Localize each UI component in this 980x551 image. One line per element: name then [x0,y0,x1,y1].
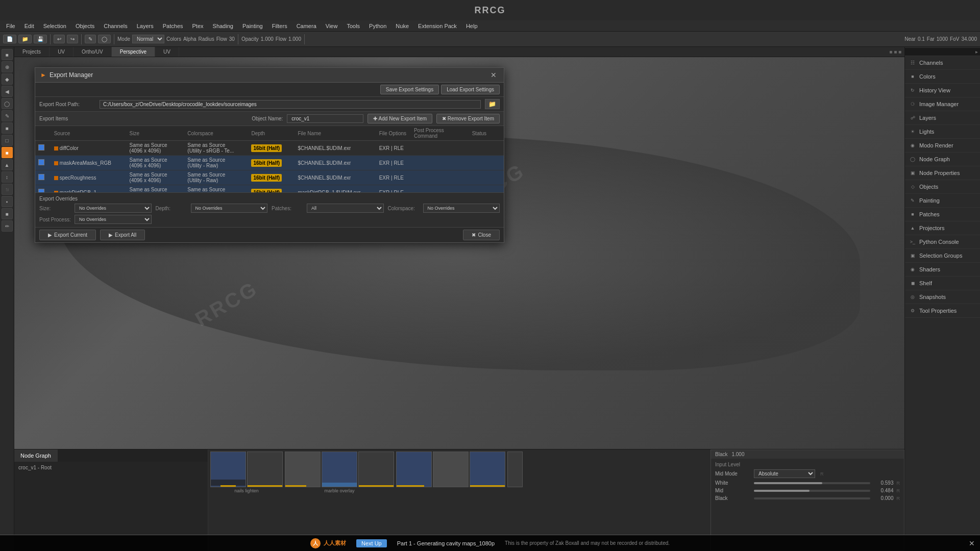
texture-thumb-5[interactable] [358,452,394,487]
next-up-btn[interactable]: Next Up [356,539,387,547]
white-slider[interactable] [754,482,870,484]
sidebar-item-python[interactable]: >_ Python Console [905,235,980,249]
toolbar-redo[interactable]: ↪ [67,35,78,43]
sidebar-item-shaders[interactable]: ◉ Shaders [905,263,980,277]
left-tool-6[interactable]: ✎ [2,110,13,121]
texture-thumb-2[interactable] [247,452,283,487]
right-sidebar-expand[interactable]: ▸ [975,49,978,55]
row-checkbox[interactable] [38,174,44,180]
colorspace-override-select[interactable]: No Overrides [423,204,500,213]
menu-channels[interactable]: Channels [100,22,131,30]
export-current-btn[interactable]: ▶ Export Current [39,230,96,240]
toolbar-brush[interactable]: ✎ [85,35,96,43]
left-tool-14[interactable]: ✏ [2,220,13,232]
sidebar-item-layers[interactable]: ☍ Layers [905,111,980,125]
left-tool-active[interactable]: ■ [2,147,13,158]
add-export-item-btn[interactable]: ✚ Add New Export Item [368,114,432,123]
texture-thumb-8[interactable] [470,452,505,487]
toolbar-circle[interactable]: ◯ [98,35,111,43]
menu-view[interactable]: View [322,22,342,30]
menu-tools[interactable]: Tools [342,22,364,30]
sidebar-item-patches[interactable]: ■ Patches [905,208,980,221]
left-tool-10[interactable]: ↕ [2,171,13,183]
tab-orthouv[interactable]: Ortho/UV [74,47,112,57]
menu-layers[interactable]: Layers [133,22,158,30]
tab-uv[interactable]: UV [50,47,74,57]
left-tool-4[interactable]: ◀ [2,86,13,97]
menu-python[interactable]: Python [365,22,390,30]
root-path-input[interactable] [100,100,481,109]
row-checkbox[interactable] [38,144,44,151]
sidebar-item-channels[interactable]: ☷ Channels [905,56,980,70]
row-checkbox[interactable] [38,159,44,165]
toolbar-open[interactable]: 📁 [18,35,32,43]
menu-edit[interactable]: Edit [20,22,38,30]
tab-projects[interactable]: Projects [14,47,50,57]
texture-thumb-7[interactable] [433,452,469,487]
menu-extension[interactable]: Extension Pack [414,22,461,30]
left-tool-7[interactable]: ■ [2,122,13,134]
remove-export-item-btn[interactable]: ✖ Remove Export Item [436,114,500,123]
menu-ptex[interactable]: Ptex [188,22,208,30]
sidebar-item-history[interactable]: ↻ History View [905,84,980,97]
menu-selection[interactable]: Selection [39,22,70,30]
left-tool-5[interactable]: ◯ [2,98,13,109]
post-override-select[interactable]: No Overrides [75,215,152,224]
sidebar-item-lights[interactable]: ☀ Lights [905,125,980,139]
left-tool-12[interactable]: ▪ [2,196,13,207]
toolbar-undo[interactable]: ↩ [54,35,65,43]
texture-thumb-9[interactable] [507,452,523,487]
patches-override-select[interactable]: All [307,204,384,213]
tab-perspective[interactable]: Perspective [112,47,155,57]
save-settings-btn[interactable]: Save Export Settings [380,85,439,94]
row-checkbox[interactable] [38,189,44,192]
menu-painting[interactable]: Painting [238,22,267,30]
texture-thumb-4[interactable] [322,452,357,487]
black2-slider[interactable] [754,497,870,499]
menu-shading[interactable]: Shading [209,22,237,30]
left-tool-9[interactable]: ▲ [2,159,13,170]
sidebar-item-colors[interactable]: ■ Colors [905,70,980,84]
root-path-browse[interactable]: 📁 [485,99,500,109]
mid-mode-select[interactable]: Absolute [754,469,815,478]
tab-uv2[interactable]: UV [155,47,179,57]
table-row[interactable]: maskAreaMasks_RGB Same as Source(4096 x … [35,156,504,170]
menu-file[interactable]: File [2,22,19,30]
texture-thumb-3[interactable] [285,452,321,487]
left-tool-13[interactable]: ■ [2,208,13,219]
table-row[interactable]: diffColor Same as Source(4096 x 4096) Sa… [35,141,504,156]
sidebar-item-node-graph[interactable]: ◯ Node Graph [905,153,980,166]
load-settings-btn[interactable]: Load Export Settings [441,85,500,94]
menu-nuke[interactable]: Nuke [391,22,413,30]
sidebar-item-painting[interactable]: ✎ Painting [905,194,980,208]
mid-slider[interactable] [754,490,870,492]
sidebar-item-modo-render[interactable]: ◉ Modo Render [905,139,980,153]
toolbar-new[interactable]: 📄 [3,35,16,43]
mode-select[interactable]: Normal [132,35,164,43]
sidebar-item-image-manager[interactable]: ⚆ Image Manager [905,97,980,111]
left-tool-2[interactable]: ⊕ [2,61,13,72]
tab-node-graph[interactable]: Node Graph [14,449,58,462]
texture-thumb-1[interactable] [210,452,246,487]
menu-patches[interactable]: Patches [159,22,187,30]
sidebar-item-shelf[interactable]: ◼ Shelf [905,277,980,290]
texture-thumb-6[interactable] [396,452,432,487]
left-tool-1[interactable]: ■ [2,49,13,60]
sidebar-item-selection-groups[interactable]: ▣ Selection Groups [905,249,980,263]
left-tool-8[interactable]: □ [2,135,13,146]
sidebar-item-snapshots[interactable]: ◎ Snapshots [905,290,980,304]
left-tool-3[interactable]: ◆ [2,73,13,85]
menu-filters[interactable]: Filters [268,22,291,30]
left-tool-11[interactable]: ◾ [2,184,13,195]
menu-objects[interactable]: Objects [71,22,99,30]
depth-override-select[interactable]: No Overrides [191,204,268,213]
table-row[interactable]: specRoughness Same as Source(4096 x 4096… [35,170,504,185]
sidebar-item-node-properties[interactable]: ▣ Node Properties [905,166,980,180]
table-row[interactable]: maskDirtRGB_1 Same as Source(4096 x 4096… [35,185,504,193]
menu-help[interactable]: Help [462,22,482,30]
sidebar-item-projectors[interactable]: ▲ Projectors [905,221,980,235]
dialog-close-button[interactable]: ✕ [488,71,499,79]
notification-close[interactable]: ✕ [969,539,975,547]
sidebar-item-objects[interactable]: ◇ Objects [905,180,980,194]
export-all-btn[interactable]: ▶ Export All [100,230,145,240]
